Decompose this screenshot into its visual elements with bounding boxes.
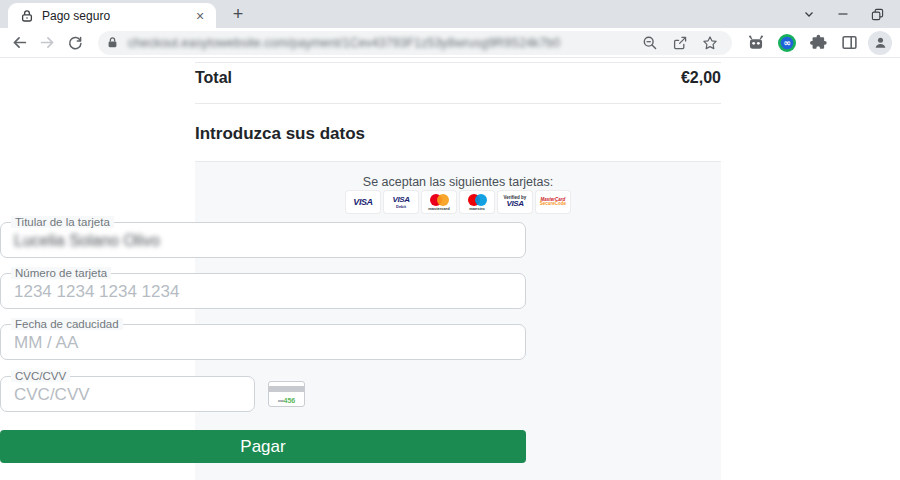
maestro-logo: maestro [460,191,494,213]
https-lock-icon[interactable] [100,32,124,54]
tab-title: Pago seguro [42,9,192,23]
verified-by-visa-logo: Verified by VISA [498,191,532,213]
restore-window-icon[interactable] [860,0,894,28]
robot-extension-icon[interactable] [743,30,769,56]
minimize-icon[interactable] [826,0,860,28]
forward-icon[interactable] [34,30,60,56]
expiry-input[interactable] [1,325,525,359]
card-logos-row: VISA VISA Debit mastercard maestro Verif… [195,191,721,213]
address-bar[interactable]: checkout.easytowebsite.com/payment/1Cev4… [98,31,732,55]
svg-text:∞: ∞ [783,37,791,47]
visa-debit-logo: VISA Debit [384,191,418,213]
lock-favicon-icon [20,9,34,23]
mastercard-logo: mastercard [422,191,456,213]
card-number-input[interactable] [1,274,525,308]
extensions-row: ∞ [738,30,892,56]
pay-button[interactable]: Pagar [0,430,526,463]
card-stripe [269,386,304,392]
tab-pago-seguro[interactable]: Pago seguro × [8,3,216,28]
card-number-label: Número de tarjeta [11,267,111,279]
window-controls [792,0,900,28]
side-panel-icon[interactable] [836,30,862,56]
divider [195,62,721,63]
total-row: Total €2,00 [195,69,721,87]
card-number-field: Número de tarjeta [0,273,526,309]
tab-close-icon[interactable]: × [192,8,208,24]
cvc-field: CVC/CVV [0,376,255,412]
chevron-down-icon[interactable] [792,0,826,28]
divider [195,161,721,162]
cardholder-field: Titular de la tarjeta [0,222,526,258]
extensions-puzzle-icon[interactable] [805,30,831,56]
divider [195,103,721,104]
mastercard-circles-icon [430,194,449,206]
reload-icon[interactable] [62,30,88,56]
new-tab-button[interactable]: + [224,0,252,28]
tab-strip: Pago seguro × + [0,0,900,28]
cvc-card-hint-icon: •••456 [268,381,305,407]
mastercard-securecode-logo: MasterCard SecureCode [536,191,570,213]
accepted-cards-note: Se aceptan las siguientes tarjetas: [195,175,721,189]
profile-avatar-icon[interactable] [868,31,892,55]
expiry-field: Fecha de caducidad [0,324,526,360]
zoom-out-icon[interactable] [638,32,662,54]
total-label: Total [195,69,232,87]
payment-page: Total €2,00 Introduzca sus datos Se acep… [0,58,900,480]
cvc-label: CVC/CVV [11,370,70,382]
share-icon[interactable] [668,32,692,54]
url-text-blurred: checkout.easytowebsite.com/payment/1Cev4… [128,36,632,50]
bookmark-star-icon[interactable] [698,32,722,54]
visa-logo: VISA [346,191,380,213]
expiry-label: Fecha de caducidad [11,318,123,330]
infinity-extension-icon[interactable]: ∞ [774,30,800,56]
maestro-circles-icon [468,194,487,206]
cardholder-input[interactable] [1,223,525,257]
back-icon[interactable] [6,30,32,56]
total-value: €2,00 [681,69,721,87]
cvc-sample-number: 456 [284,397,296,404]
cvc-input[interactable] [1,377,254,411]
browser-toolbar: checkout.easytowebsite.com/payment/1Cev4… [0,28,900,58]
page-heading: Introduzca sus datos [195,124,721,144]
